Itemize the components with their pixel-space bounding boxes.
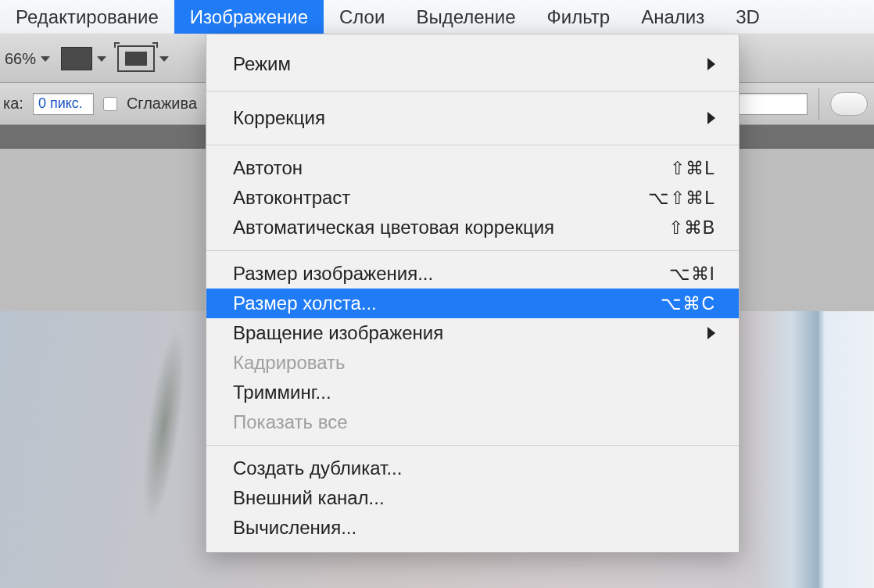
submenu-arrow-icon	[707, 112, 715, 124]
feather-input[interactable]	[33, 93, 94, 115]
antialias-checkbox[interactable]	[103, 97, 117, 111]
menuitem-shortcut: ⌥⌘C	[661, 293, 715, 314]
menu-separator	[206, 145, 739, 145]
menuitem-crop: Кадрировать	[206, 348, 739, 378]
menuitem-label: Коррекция	[233, 107, 698, 129]
tool-options-right	[720, 83, 868, 124]
zoom-dropdown[interactable]: 66%	[5, 50, 50, 68]
menuitem-label: Внешний канал...	[233, 487, 715, 509]
menu-separator	[206, 91, 739, 91]
menuitem-image-rotation[interactable]: Вращение изображения	[206, 318, 739, 348]
menu-label: Фильтр	[547, 6, 611, 28]
zoom-value: 66%	[5, 50, 36, 68]
chevron-down-icon	[41, 56, 50, 62]
screen-mode-button[interactable]	[117, 45, 169, 72]
submenu-arrow-icon	[707, 58, 715, 70]
menuitem-shortcut: ⌥⌘I	[669, 264, 715, 285]
layout-icon	[61, 47, 92, 70]
menu-label: 3D	[736, 6, 760, 28]
menuitem-reveal-all: Показать все	[206, 407, 739, 437]
menuitem-auto-tone[interactable]: Автотон ⇧⌘L	[206, 153, 739, 183]
menu-filter[interactable]: Фильтр	[532, 0, 626, 34]
chevron-down-icon	[159, 56, 169, 62]
menu-label: Анализ	[641, 6, 704, 28]
menuitem-shortcut: ⇧⌘L	[670, 158, 715, 179]
image-menu-dropdown: Режим Коррекция Автотон ⇧⌘L Автоконтраст…	[206, 34, 740, 553]
menuitem-auto-color[interactable]: Автоматическая цветовая коррекция ⇧⌘B	[206, 213, 739, 242]
menuitem-label: Режим	[233, 53, 698, 75]
menuitem-trim[interactable]: Тримминг...	[206, 378, 739, 407]
menuitem-label: Вращение изображения	[233, 322, 698, 344]
menu-3d[interactable]: 3D	[720, 0, 775, 34]
menuitem-label: Кадрировать	[233, 352, 715, 374]
layout-mode-button[interactable]	[61, 47, 106, 70]
menuitem-auto-contrast[interactable]: Автоконтраст ⌥⇧⌘L	[206, 183, 739, 213]
menuitem-label: Вычисления...	[233, 517, 715, 539]
menu-edit[interactable]: Редактирование	[0, 0, 174, 34]
feather-label: ка:	[3, 95, 23, 113]
submenu-arrow-icon	[707, 327, 715, 339]
menuitem-label: Размер изображения...	[233, 263, 669, 285]
menuitem-shortcut: ⌥⇧⌘L	[648, 188, 715, 209]
menu-label: Редактирование	[16, 6, 159, 28]
menuitem-adjustments[interactable]: Коррекция	[206, 99, 739, 137]
chevron-down-icon	[97, 56, 106, 62]
menuitem-apply-image[interactable]: Внешний канал...	[206, 483, 739, 513]
divider	[818, 88, 819, 120]
canvas-content	[757, 311, 874, 588]
menuitem-duplicate[interactable]: Создать дубликат...	[206, 454, 739, 483]
menu-select[interactable]: Выделение	[400, 0, 531, 34]
menuitem-calculations[interactable]: Вычисления...	[206, 513, 739, 543]
menuitem-label: Размер холста...	[233, 292, 661, 314]
menu-image[interactable]: Изображение	[174, 0, 324, 34]
menu-separator	[206, 250, 739, 251]
screen-mode-icon	[117, 45, 155, 72]
menuitem-canvas-size[interactable]: Размер холста... ⌥⌘C	[206, 289, 739, 318]
menuitem-label: Тримминг...	[233, 382, 715, 403]
antialias-label: Сглажива	[127, 95, 197, 113]
menu-analysis[interactable]: Анализ	[625, 0, 720, 34]
menuitem-label: Показать все	[233, 411, 715, 433]
menubar: Редактирование Изображение Слои Выделени…	[0, 0, 874, 34]
canvas-content	[135, 325, 193, 523]
menuitem-label: Создать дубликат...	[233, 457, 715, 479]
menu-label: Слои	[339, 6, 385, 28]
menuitem-shortcut: ⇧⌘B	[668, 217, 715, 238]
menuitem-label: Автоконтраст	[233, 187, 648, 209]
menuitem-label: Автоматическая цветовая коррекция	[233, 217, 668, 238]
menuitem-image-size[interactable]: Размер изображения... ⌥⌘I	[206, 259, 739, 289]
menu-label: Выделение	[416, 6, 515, 28]
menu-label: Изображение	[190, 6, 308, 28]
menuitem-label: Автотон	[233, 157, 670, 179]
option-button[interactable]	[830, 92, 868, 116]
menu-separator	[206, 445, 739, 446]
menuitem-mode[interactable]: Режим	[206, 45, 739, 83]
menu-layers[interactable]: Слои	[324, 0, 400, 34]
